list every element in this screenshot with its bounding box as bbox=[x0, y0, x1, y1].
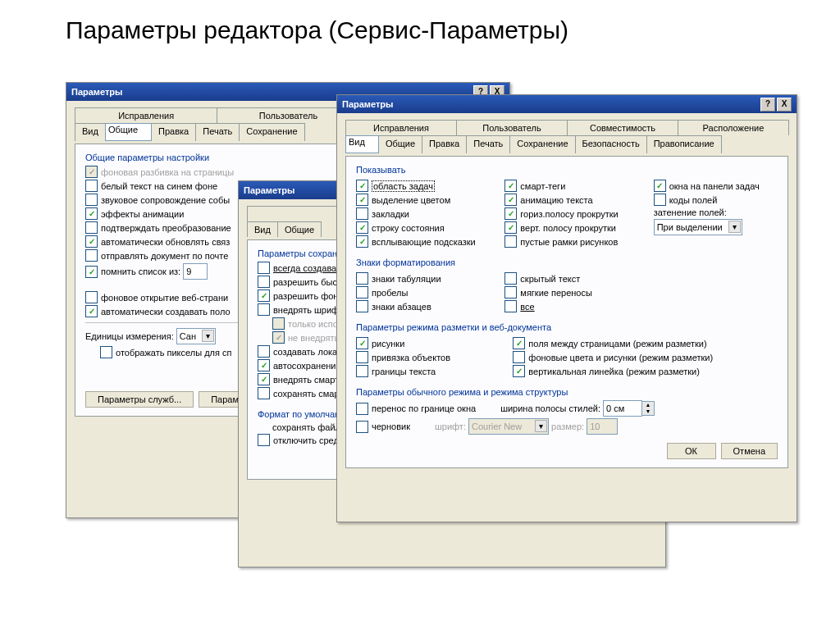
cb-placeholders[interactable] bbox=[504, 235, 517, 248]
cb-animation[interactable] bbox=[85, 207, 98, 220]
title-text: Параметры bbox=[342, 99, 393, 109]
help-button[interactable]: ? bbox=[760, 98, 775, 112]
unit-select[interactable] bbox=[176, 328, 216, 344]
services-button[interactable]: Параметры служб... bbox=[85, 391, 194, 408]
cb-smarttags[interactable] bbox=[504, 180, 517, 192]
cb-always-create[interactable] bbox=[258, 262, 270, 274]
cb-mru-list[interactable] bbox=[85, 266, 98, 278]
cb-text-bounds[interactable] bbox=[356, 365, 368, 377]
cb-hscroll[interactable] bbox=[504, 207, 517, 220]
tab-edits[interactable]: Исправления bbox=[75, 107, 217, 123]
tab-print[interactable]: Печать bbox=[195, 123, 240, 141]
spin-down[interactable]: ▼ bbox=[642, 408, 654, 415]
tab-save[interactable]: Сохранение bbox=[239, 123, 304, 141]
cb-only-used bbox=[272, 317, 285, 330]
group-show: Показывать bbox=[356, 165, 778, 175]
cb-highlight[interactable] bbox=[356, 194, 368, 206]
cb-embed-fonts[interactable] bbox=[258, 303, 270, 316]
tab-print[interactable]: Печать bbox=[466, 135, 510, 153]
mru-count[interactable] bbox=[183, 263, 208, 280]
cb-anchors[interactable] bbox=[356, 351, 368, 363]
ok-button[interactable]: ОК bbox=[667, 443, 716, 459]
tab-general[interactable]: Общие bbox=[105, 123, 152, 141]
cb-tooltips[interactable] bbox=[356, 235, 368, 248]
cancel-button[interactable]: Отмена bbox=[721, 443, 778, 459]
title-text: Параметры bbox=[71, 87, 122, 97]
cb-auto-canvas[interactable] bbox=[85, 305, 98, 317]
cb-white-blue[interactable] bbox=[85, 180, 98, 192]
tab-edits[interactable]: Исправления bbox=[345, 120, 457, 135]
tab-spelling[interactable]: Правописание bbox=[646, 135, 722, 153]
cb-disable-features[interactable] bbox=[258, 434, 270, 446]
tab-user[interactable]: Пользователь bbox=[456, 120, 568, 135]
cb-soft-hyphens[interactable] bbox=[504, 286, 517, 299]
cb-allow-bg[interactable] bbox=[258, 289, 270, 302]
cb-autosave[interactable] bbox=[258, 359, 270, 371]
group-normal-outline: Параметры обычного режима и режима струк… bbox=[356, 387, 778, 397]
cb-bg-colors[interactable] bbox=[513, 351, 525, 363]
cb-taskpane[interactable] bbox=[356, 180, 368, 192]
cb-pixels[interactable] bbox=[100, 346, 112, 358]
cb-create-local[interactable] bbox=[258, 345, 270, 358]
cb-vruler[interactable] bbox=[513, 365, 525, 377]
tab-view[interactable]: Вид bbox=[75, 123, 106, 141]
group-layout-web: Параметры режима разметки и веб-документ… bbox=[356, 322, 778, 332]
cb-sound[interactable] bbox=[85, 194, 98, 206]
cb-wrap[interactable] bbox=[356, 403, 368, 415]
cb-drawings[interactable] bbox=[356, 337, 368, 349]
cb-taskbar-windows[interactable] bbox=[654, 180, 666, 192]
cb-send-mail[interactable] bbox=[85, 249, 98, 262]
cb-statusbar[interactable] bbox=[356, 221, 368, 234]
cb-allow-fast[interactable] bbox=[258, 276, 270, 288]
tab-edit[interactable]: Правка bbox=[151, 123, 196, 141]
draft-size bbox=[587, 418, 618, 435]
tab-location[interactable]: Расположение bbox=[678, 120, 789, 135]
cb-background-web[interactable] bbox=[85, 291, 98, 303]
cb-auto-update-links[interactable] bbox=[85, 235, 98, 248]
titlebar: Параметры ? X bbox=[337, 95, 797, 113]
tab-edit[interactable]: Правка bbox=[422, 135, 467, 153]
tab-security[interactable]: Безопасность bbox=[575, 135, 647, 153]
tab-save[interactable]: Сохранение bbox=[509, 135, 575, 153]
tab-view[interactable]: Вид bbox=[247, 221, 278, 237]
title-text: Параметры bbox=[244, 185, 294, 195]
cb-spaces[interactable] bbox=[356, 286, 368, 299]
cb-embed-smart[interactable] bbox=[258, 373, 270, 385]
tab-general[interactable]: Общие bbox=[277, 221, 322, 237]
group-formatting-marks: Знаки форматирования bbox=[356, 258, 778, 267]
cb-paragraphs[interactable] bbox=[356, 300, 368, 312]
cb-all[interactable] bbox=[504, 300, 517, 312]
field-shading-select[interactable] bbox=[654, 219, 742, 235]
tab-compat[interactable]: Совместимость bbox=[567, 120, 678, 135]
tab-general[interactable]: Общие bbox=[378, 135, 422, 153]
cb-draft[interactable] bbox=[356, 421, 368, 433]
cb-text-anim[interactable] bbox=[504, 194, 517, 206]
cb-page-margins[interactable] bbox=[513, 337, 525, 349]
dialog-view: Параметры ? X Исправления Пользователь С… bbox=[336, 94, 797, 522]
cb-tabs[interactable] bbox=[356, 272, 368, 285]
cb-background-pagination bbox=[85, 166, 98, 178]
cb-confirm-convert[interactable] bbox=[85, 221, 98, 234]
cb-no-embed bbox=[272, 331, 285, 344]
spin-up[interactable]: ▲ bbox=[642, 402, 654, 408]
tab-view[interactable]: Вид bbox=[345, 135, 379, 153]
slide-title: Параметры редактора (Сервис-Параметры) bbox=[66, 16, 840, 44]
style-width[interactable] bbox=[603, 400, 642, 417]
cb-hidden[interactable] bbox=[504, 272, 517, 285]
close-button[interactable]: X bbox=[777, 98, 792, 112]
cb-bookmarks[interactable] bbox=[356, 207, 368, 220]
cb-save-smart[interactable] bbox=[258, 387, 270, 399]
cb-field-codes[interactable] bbox=[654, 194, 666, 206]
cb-vscroll[interactable] bbox=[504, 221, 517, 234]
draft-font bbox=[468, 418, 549, 435]
